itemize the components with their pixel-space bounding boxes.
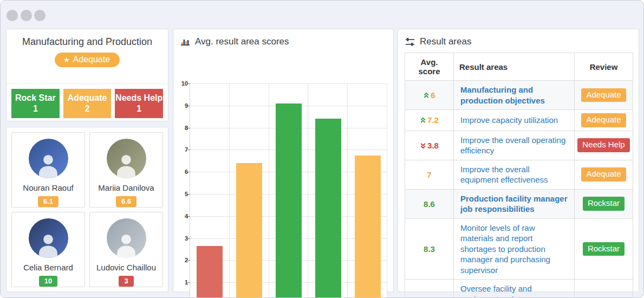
v-gridline [308,83,308,298]
bar-mar [355,156,381,298]
avg-score-cell: 8.3 [405,218,454,280]
person-silhouette-icon [34,230,62,258]
avg-score-value: 3.8 [427,141,439,150]
avg-score-cell: 8.6 [405,189,454,218]
avg-score-value: 6 [431,90,435,100]
stat-count: 1 [136,103,141,114]
result-area-link[interactable]: Improve the overall equipment effectiven… [460,165,548,185]
review-cell: Rockstar [575,189,633,218]
review-cell: Needs Help [575,131,633,160]
y-axis-label: 2 [178,257,188,263]
result-area-cell: Improve capacity utilization [454,110,575,131]
avatar [29,218,68,258]
result-table-body: 6Manufacturing and production objectives… [405,81,633,298]
review-cell: Rockstar [575,280,633,298]
results-title: Result areas [420,36,471,47]
avatar [107,218,146,258]
stat-box-needs-help: Needs Help1 [115,89,163,118]
review-badge: Adequate [581,113,626,127]
review-cell: Adequate [575,81,633,110]
window-dot-2[interactable] [21,10,32,21]
result-table-row: 8.3Monitor levels of raw materials and r… [405,218,633,280]
v-gridline [229,83,230,298]
result-area-link[interactable]: Production facility manager job responsi… [460,194,568,214]
col-header-result-areas: Result areas [454,53,575,81]
result-area-cell: Production facility manager job responsi… [454,189,575,218]
stat-label: Rock Star [15,93,56,103]
y-axis-label: 6 [178,169,188,175]
trend-up-icon [420,117,426,124]
y-axis-label: 1 [178,280,188,286]
y-axis-label: 4 [178,213,188,219]
v-gridline [347,83,348,298]
team-summary-card: Manufacturing and Production ★ Adequate … [6,29,168,121]
person-silhouette-icon [112,230,140,258]
avatar [107,139,146,178]
sliders-icon [406,38,415,46]
col-header-review: Review [575,53,633,81]
bar-nov [197,246,223,298]
bar-dec [236,163,262,298]
member-score-badge: 3 [119,276,133,287]
result-area-link[interactable]: Manufacturing and production objectives [460,85,545,105]
bar-chart: 012345678910 NovDecJanFebMar [179,83,390,298]
y-axis-label: 7 [178,147,188,153]
person-silhouette-icon [112,150,140,178]
review-cell: Adequate [575,160,633,189]
avg-score-cell: 7.2 [405,110,454,131]
member-name: Mariia Danilova [98,183,154,192]
result-area-link[interactable]: Oversee facility and equipment maintenan… [460,284,551,298]
review-badge: Needs Help [577,138,629,152]
result-area-cell: Oversee facility and equipment maintenan… [454,280,575,298]
member-tile-nouran-raouf[interactable]: Nouran Raouf6.1 [11,132,85,208]
table-header-row: Avg. score Result areas Review [405,53,633,81]
member-tile-ludovic-chaillou[interactable]: Ludovic Chaillou3 [89,212,163,287]
chart-title: Avg. result area scores [195,36,289,47]
y-axis-label: 5 [178,191,188,197]
stat-label: Needs Help [115,93,162,103]
avg-scores-panel: Avg. result area scores 012345678910 Nov… [173,29,394,292]
chart-panel-title: Avg. result area scores [173,29,393,47]
result-area-cell: Manufacturing and production objectives [454,81,575,110]
window-dot-1[interactable] [6,10,18,21]
trend-down-icon [420,142,426,149]
results-panel-title: Result areas [398,29,639,47]
result-area-link[interactable]: Monitor levels of raw materials and repo… [460,223,550,275]
y-axis-label: 9 [178,103,188,109]
result-area-cell: Improve the overall operating efficiency [454,131,575,160]
result-table-row: 7Improve the overall equipment effective… [405,160,633,189]
result-area-cell: Improve the overall equipment effectiven… [454,160,575,189]
member-name: Ludovic Chaillou [96,263,156,272]
member-tile-celia-bernard[interactable]: Celia Bernard10 [11,212,85,287]
stat-count: 1 [33,103,38,114]
result-table-row: 6Manufacturing and production objectives… [405,81,633,110]
avg-score-value: 8.6 [424,199,435,209]
member-score-badge: 10 [39,276,57,287]
y-axis-label: 10 [178,81,188,87]
avg-score-value: 7 [427,170,431,179]
y-axis-label: 8 [178,125,188,131]
avatar [29,139,68,178]
team-members-card: Nouran Raouf6.1Mariia Danilova6.6Celia B… [6,127,168,292]
avg-score-cell: 7 [405,160,454,189]
members-grid: Nouran Raouf6.1Mariia Danilova6.6Celia B… [6,127,168,291]
chart-plot: 012345678910 [190,83,387,298]
review-badge: Rockstar [583,197,625,211]
member-name: Nouran Raouf [23,183,73,192]
review-badge: Adequate [581,167,626,182]
result-area-link[interactable]: Improve the overall operating efficiency [460,135,565,156]
member-name: Celia Bernard [23,263,73,272]
window-dot-3[interactable] [34,10,45,21]
member-tile-mariia-danilova[interactable]: Mariia Danilova6.6 [89,132,163,208]
stat-box-rock-star: Rock Star1 [11,89,60,118]
stat-box-adequate: Adequate2 [63,89,112,118]
y-axis-label: 3 [178,236,188,242]
result-areas-panel: Result areas Avg. score Result areas Rev… [398,29,639,292]
result-area-cell: Monitor levels of raw materials and repo… [454,218,575,280]
result-area-link[interactable]: Improve capacity utilization [460,115,558,125]
v-gridline [387,83,387,298]
member-score-badge: 6.6 [116,196,136,207]
star-icon: ★ [63,56,70,63]
stat-label: Adequate [68,93,107,103]
bar-jan [276,103,302,298]
